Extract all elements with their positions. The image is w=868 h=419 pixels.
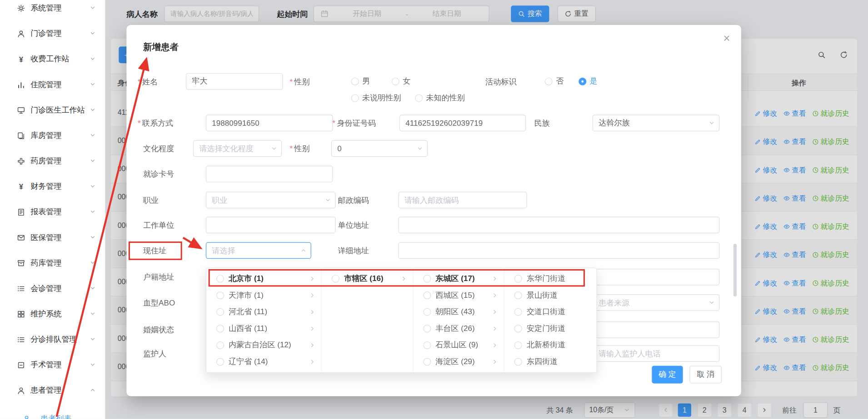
occupation-select[interactable]: [206, 192, 336, 208]
radio-checked-icon: [579, 78, 586, 85]
sidebar-item-system-management[interactable]: 系统管理: [0, 0, 105, 21]
radio-icon[interactable]: [216, 341, 224, 349]
radio-icon[interactable]: [216, 291, 224, 299]
field-label-text: 文化程度: [143, 144, 174, 153]
cascader-option-donghuamen[interactable]: 东华门街道: [504, 271, 596, 287]
gender-code-select[interactable]: [331, 140, 428, 157]
radio-icon[interactable]: [216, 358, 224, 366]
postal-code-input[interactable]: [398, 192, 527, 208]
radio-icon[interactable]: [514, 358, 522, 366]
radio-icon[interactable]: [216, 308, 224, 316]
cascader-option-dongsi[interactable]: 东四街道: [504, 354, 596, 370]
cascader-option-jiaodaokou[interactable]: 交道口街道: [504, 304, 596, 320]
card-number-input[interactable]: [206, 166, 333, 182]
household-address-field-label: 户籍地址: [143, 271, 174, 282]
guardian-phone-input[interactable]: [593, 345, 720, 362]
cascader-option-beixinqiao[interactable]: 北新桥街道: [504, 337, 596, 354]
sidebar-item-maintenance-system[interactable]: 维护系统: [0, 301, 105, 327]
radio-icon[interactable]: [332, 275, 339, 282]
chevron-up-icon: [300, 247, 307, 254]
patient-source-select[interactable]: [593, 294, 720, 311]
cascader-option-neimenggu[interactable]: 内蒙古自治区 (12): [206, 337, 321, 354]
cancel-button[interactable]: 取 消: [689, 366, 722, 384]
education-select[interactable]: [193, 140, 282, 157]
sidebar-item-outpatient-doctor-workstation[interactable]: 门诊医生工作站: [0, 98, 105, 123]
sidebar-item-patient-list[interactable]: 患者列表: [0, 408, 105, 419]
radio-icon[interactable]: [423, 325, 431, 332]
sidebar-item-charging-workstation[interactable]: ¥收费工作站: [0, 47, 105, 72]
radio-icon[interactable]: [423, 291, 431, 299]
sidebar-item-triage-queue-management[interactable]: 分诊排队管理: [0, 327, 105, 352]
sidebar: 系统管理 门诊管理 ¥收费工作站 住院管理 门诊医生工作站 库房管理 药房管理 …: [0, 0, 105, 419]
sidebar-item-label: 会诊管理: [30, 284, 89, 294]
name-input[interactable]: [186, 73, 283, 90]
cascader-option-shijingshan[interactable]: 石景山区 (9): [413, 337, 504, 354]
sidebar-item-consultation-management[interactable]: 会诊管理: [0, 276, 105, 301]
work-unit-input[interactable]: [206, 217, 336, 233]
radio-icon[interactable]: [216, 325, 224, 332]
active-flag-no-radio[interactable]: 否: [545, 76, 564, 87]
contact-input[interactable]: [206, 115, 333, 132]
marital-status-field-label: 婚姻状态: [143, 324, 174, 335]
cascader-option-jingshan[interactable]: 景山街道: [504, 287, 596, 304]
sidebar-item-pharmacy-management[interactable]: 药房管理: [0, 148, 105, 174]
radio-icon: [415, 94, 423, 102]
id-number-input[interactable]: [399, 115, 526, 132]
sidebar-item-patient-management[interactable]: 患者管理: [0, 378, 105, 404]
chevron-down-icon: [90, 208, 96, 217]
radio-icon[interactable]: [514, 341, 522, 349]
active-flag-yes-radio[interactable]: 是: [579, 76, 598, 87]
yen-icon: ¥: [17, 55, 26, 64]
sidebar-item-outpatient-management[interactable]: 门诊管理: [0, 21, 105, 46]
cascader-option-haidian[interactable]: 海淀区 (29): [413, 354, 504, 370]
chevron-down-icon: [708, 120, 715, 127]
sidebar-item-warehouse-management[interactable]: 库房管理: [0, 123, 105, 148]
radio-icon[interactable]: [423, 308, 431, 316]
sidebar-item-surgery-management[interactable]: 手术管理: [0, 352, 105, 378]
radio-icon[interactable]: [216, 275, 224, 282]
radio-icon[interactable]: [423, 275, 431, 282]
radio-icon[interactable]: [423, 358, 431, 366]
option-label: 海淀区 (29): [435, 357, 487, 367]
radio-icon[interactable]: [514, 275, 522, 282]
cascader-option-tianjin[interactable]: 天津市 (1): [206, 287, 321, 304]
sidebar-item-label: 收费工作站: [30, 54, 89, 64]
radio-icon[interactable]: [514, 308, 522, 316]
marital-status-right-input[interactable]: [593, 321, 720, 338]
gender-unstated-radio[interactable]: 未说明性别: [351, 93, 401, 104]
cascader-option-liaoning[interactable]: 辽宁省 (14): [206, 354, 321, 370]
sidebar-item-drug-storage-management[interactable]: 药库管理: [0, 251, 105, 276]
cascader-option-andingmen[interactable]: 安定门街道: [504, 320, 596, 337]
current-address-select[interactable]: [206, 242, 311, 259]
ethnicity-select[interactable]: [593, 115, 720, 132]
cascader-option-fengtai[interactable]: 丰台区 (26): [413, 320, 504, 337]
sidebar-item-finance-management[interactable]: ¥财务管理: [0, 174, 105, 199]
envelope-icon: [17, 233, 26, 242]
sidebar-item-inpatient-management[interactable]: 住院管理: [0, 72, 105, 98]
field-label-text: 现住址: [143, 246, 166, 255]
cascader-option-chaoyang[interactable]: 朝阳区 (43): [413, 304, 504, 320]
radio-icon[interactable]: [514, 325, 522, 332]
gender-male-radio[interactable]: 男: [351, 76, 370, 87]
sidebar-item-label: 财务管理: [30, 182, 89, 192]
chevron-right-icon: [309, 292, 316, 299]
gender-female-radio[interactable]: 女: [392, 76, 411, 87]
cascader-option-shixiaqu[interactable]: 市辖区 (16): [322, 271, 413, 287]
sidebar-item-insurance-management[interactable]: 医保管理: [0, 225, 105, 251]
close-icon[interactable]: [721, 33, 732, 44]
radio-icon[interactable]: [423, 341, 431, 349]
unit-address-input[interactable]: [398, 217, 719, 233]
gender-unknown-radio[interactable]: 未知的性别: [415, 93, 465, 104]
sidebar-item-report-management[interactable]: 报表管理: [0, 199, 105, 225]
radio-icon[interactable]: [514, 291, 522, 299]
cascader-option-shanxi[interactable]: 山西省 (11): [206, 320, 321, 337]
cascader-option-xicheng[interactable]: 西城区 (15): [413, 287, 504, 304]
detail-address-input[interactable]: [398, 242, 719, 259]
household-address-right-input[interactable]: [593, 269, 720, 286]
cascader-option-beijing[interactable]: 北京市 (1): [206, 271, 321, 287]
dialog-scrollbar-thumb[interactable]: [733, 244, 737, 296]
field-label-text: 联系方式: [142, 118, 173, 128]
cascader-option-hebei[interactable]: 河北省 (11): [206, 304, 321, 320]
confirm-button[interactable]: 确 定: [652, 366, 683, 384]
cascader-option-dongcheng[interactable]: 东城区 (17): [413, 271, 504, 287]
